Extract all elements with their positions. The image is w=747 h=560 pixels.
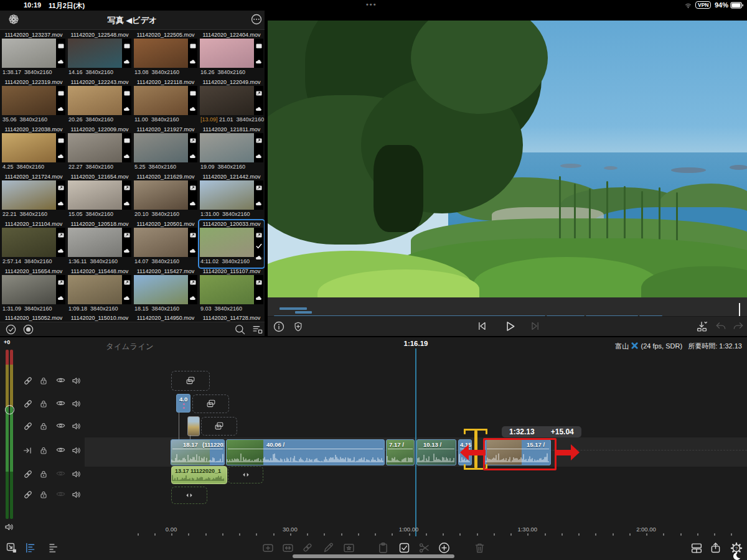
media-thumbnail[interactable] bbox=[2, 275, 56, 304]
media-thumbnail[interactable] bbox=[134, 275, 188, 304]
track-view-button-active[interactable] bbox=[24, 541, 37, 554]
media-thumbnail[interactable] bbox=[2, 180, 56, 210]
media-filename: 11142020_121811.mov bbox=[199, 126, 264, 133]
media-item[interactable]: 11142020_120033.mov4:11.02 3840x2160 bbox=[199, 220, 264, 268]
share-button[interactable] bbox=[709, 541, 722, 554]
clip-badge-icon bbox=[256, 276, 262, 287]
square-badge-icon bbox=[190, 87, 196, 98]
delete-button[interactable] bbox=[473, 541, 486, 554]
media-item[interactable]: 11142020_120518.mov1:36.11 3840x2160 bbox=[67, 220, 132, 268]
media-item[interactable]: 11142020_115427.mov18.15 3840x2160 bbox=[133, 268, 198, 315]
media-item[interactable]: 11142020_121811.mov19.09 3840x2160 bbox=[199, 126, 264, 173]
info-icon[interactable] bbox=[273, 320, 285, 333]
media-filename: 11142020_115010.mov bbox=[67, 315, 132, 321]
link-clips-button[interactable] bbox=[301, 541, 314, 554]
media-item[interactable]: 11142020_121927.mov5.25 3840x2160 bbox=[133, 126, 198, 173]
transport-bar bbox=[268, 316, 747, 337]
media-thumbnail[interactable] bbox=[68, 39, 122, 68]
undo-button[interactable] bbox=[715, 320, 727, 332]
media-badge-strip bbox=[254, 228, 263, 257]
media-item[interactable]: 11142020_121442.mov1:31.00 3840x2160 bbox=[199, 173, 264, 220]
media-thumbnail[interactable] bbox=[200, 180, 254, 210]
media-filename: 11142020_120501.mov bbox=[133, 221, 198, 227]
media-thumbnail[interactable] bbox=[68, 228, 122, 257]
media-item[interactable]: 11142020_122038.mov4.25 3840x2160 bbox=[1, 126, 66, 173]
media-thumbnail[interactable] bbox=[134, 39, 188, 68]
media-thumbnail[interactable] bbox=[2, 39, 56, 68]
media-item[interactable]: 11142020_122243.mov20.26 3840x2160 bbox=[67, 78, 132, 126]
media-item[interactable]: 11142020_122404.mov16.26 3840x2160 bbox=[199, 31, 264, 78]
add-clip-button[interactable] bbox=[261, 541, 275, 554]
paste-button[interactable] bbox=[377, 541, 390, 554]
trim-clip-button[interactable] bbox=[281, 541, 294, 554]
select-button[interactable] bbox=[398, 541, 411, 554]
import-media-button[interactable] bbox=[5, 541, 18, 554]
media-item[interactable]: 11142020_122319.mov35.06 3840x2160 bbox=[1, 78, 66, 126]
media-thumbnail[interactable] bbox=[2, 133, 56, 162]
media-thumbnail[interactable] bbox=[200, 228, 254, 257]
add-button[interactable] bbox=[438, 541, 451, 554]
media-item[interactable]: 11142020_122118.mov11.00 3840x2160 bbox=[133, 78, 198, 126]
media-thumbnail[interactable] bbox=[200, 133, 254, 162]
skip-to-end-button[interactable] bbox=[529, 320, 542, 332]
media-item[interactable]: 11142020_115654.mov1:31.09 3840x2160 bbox=[1, 268, 66, 315]
media-thumbnail[interactable] bbox=[134, 86, 188, 115]
video-preview[interactable] bbox=[268, 11, 747, 297]
media-filename: 11142020_122505.mov bbox=[133, 32, 198, 38]
media-thumbnail[interactable] bbox=[2, 86, 56, 115]
tree-trunk bbox=[374, 145, 423, 232]
play-button[interactable] bbox=[502, 319, 517, 334]
media-thumbnail[interactable] bbox=[200, 86, 254, 115]
media-filename: 11142020_122038.mov bbox=[1, 126, 66, 133]
ruler-tick bbox=[663, 533, 664, 536]
status-bar: 10:19 11月2日(木) ••• VPN 94% bbox=[0, 0, 747, 11]
media-thumbnail[interactable] bbox=[200, 39, 254, 68]
media-library-title[interactable]: 写真 ◀ビデオ bbox=[0, 15, 265, 26]
multiselect-icon[interactable] bbox=[5, 324, 17, 335]
skip-to-start-button[interactable] bbox=[476, 320, 488, 332]
media-badge-strip bbox=[56, 39, 65, 68]
split-button[interactable] bbox=[418, 541, 431, 554]
media-thumbnail[interactable] bbox=[200, 275, 254, 304]
media-thumbnail[interactable] bbox=[134, 180, 188, 210]
media-badge-strip bbox=[122, 86, 131, 115]
media-badge-strip bbox=[188, 180, 197, 210]
media-thumbnail[interactable] bbox=[134, 228, 188, 257]
media-item[interactable]: 11142020_121629.mov20.10 3840x2160 bbox=[133, 173, 198, 220]
media-item[interactable]: 11142020_122505.mov13.08 3840x2160 bbox=[133, 31, 198, 78]
media-badge-strip bbox=[188, 228, 197, 257]
media-item[interactable]: 11142020_121654.mov15.05 3840x2160 bbox=[67, 173, 132, 220]
track-view-alt-button[interactable] bbox=[47, 541, 60, 554]
search-icon[interactable] bbox=[234, 324, 246, 335]
multitask-dots-icon[interactable]: ••• bbox=[366, 1, 377, 8]
square-badge-icon bbox=[58, 87, 64, 98]
media-thumbnail[interactable] bbox=[68, 133, 122, 162]
media-thumbnail[interactable] bbox=[68, 86, 122, 115]
media-item[interactable]: 11142020_115107.mov9.03 3840x2160 bbox=[199, 268, 264, 315]
time-ruler[interactable]: 0.0030.001:00.001:30.002:00.00 bbox=[0, 337, 747, 560]
media-item[interactable]: 11142020_121104.mov2:57.14 3840x2160 bbox=[1, 220, 66, 268]
media-thumbnail[interactable] bbox=[68, 275, 122, 304]
home-indicator[interactable] bbox=[293, 554, 454, 558]
favorites-button[interactable] bbox=[342, 541, 355, 554]
timeline-overview[interactable] bbox=[268, 297, 747, 316]
edit-clip-button[interactable] bbox=[322, 541, 335, 554]
media-thumbnail[interactable] bbox=[68, 180, 122, 210]
add-marker-icon[interactable] bbox=[293, 320, 304, 333]
media-item[interactable]: 11142020_122548.mov14.16 3840x2160 bbox=[67, 31, 132, 78]
media-thumbnail[interactable] bbox=[134, 133, 188, 162]
media-thumbnail[interactable] bbox=[2, 228, 56, 257]
layout-button[interactable] bbox=[690, 541, 703, 555]
more-options-icon[interactable] bbox=[250, 13, 263, 26]
media-item[interactable]: 11142020_120501.mov14.07 3840x2160 bbox=[133, 220, 198, 268]
media-item[interactable]: 11142020_123237.mov1:38.17 3840x2160 bbox=[1, 31, 66, 78]
sort-icon[interactable] bbox=[251, 324, 263, 335]
insert-overwrite-toggle[interactable] bbox=[695, 320, 709, 334]
filter-record-icon[interactable] bbox=[22, 324, 34, 335]
media-item[interactable]: 11142020_122009.mov22.27 3840x2160 bbox=[67, 126, 132, 173]
media-item[interactable]: 11142020_121724.mov22.21 3840x2160 bbox=[1, 173, 66, 220]
media-info: 1:09.18 3840x2160 bbox=[68, 306, 132, 312]
media-item[interactable]: 11142020_115448.mov1:09.18 3840x2160 bbox=[67, 268, 132, 315]
redo-button[interactable] bbox=[732, 320, 745, 332]
media-item[interactable]: 11142020_122049.mov[13.09] 21.01 3840x21… bbox=[199, 78, 264, 126]
